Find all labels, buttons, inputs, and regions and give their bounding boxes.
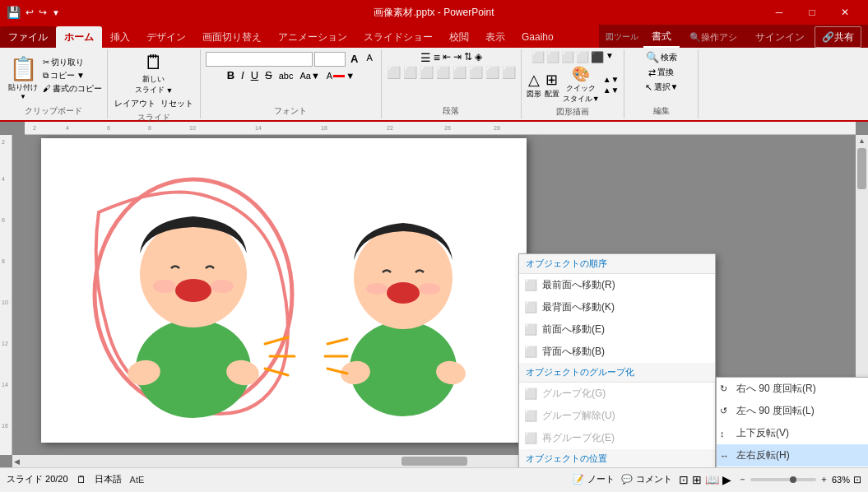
svg-point-13 [387,282,420,304]
zoom-out-button[interactable]: － [738,473,747,485]
tab-home[interactable]: ホーム [56,26,102,48]
layout-button[interactable]: レイアウト [113,97,157,110]
scissors-icon: ✂ [43,58,49,67]
text-direction-button[interactable]: ⇅ [464,51,472,64]
slide-canvas[interactable] [41,138,527,443]
send-backward-item[interactable]: ⬜ 背面へ移動(B) [519,341,715,363]
font-size-dropdown[interactable] [314,52,346,67]
columns-button[interactable]: ⬜ [469,66,483,79]
bullets-button[interactable]: ☰ [420,51,431,64]
save-icon[interactable]: 💾 [7,6,21,19]
bring-forward-item[interactable]: ⬜ 前面へ移動(E) [519,318,715,341]
shapes-button[interactable]: △ 図形 [527,71,541,100]
rotate-submenu: ↻ 右へ 90 度回転(R) ↺ 左へ 90 度回転(L) ↕ 上下反転(V) … [716,377,868,467]
copy-button[interactable]: ⧉コピー▼ [43,70,102,81]
rotate-right-90-item[interactable]: ↻ 右へ 90 度回転(R) [717,378,868,400]
text-direction2-button[interactable]: ⬜ [485,66,499,79]
tab-design[interactable]: デザイン [138,26,194,48]
paste-section: 📋 貼り付け ▼ ✂切り取り ⧉コピー▼ 🖌書式のコピー [5,53,102,102]
tab-slideshow[interactable]: スライドショー [355,26,441,48]
more-rotation-options-item[interactable]: その他の回転オプション(M)... [717,466,868,467]
vertical-scroll-thumb[interactable] [857,148,866,189]
scroll-left-button[interactable]: ◀ [12,456,21,467]
find-button[interactable]: 🔍 検索 [646,51,677,63]
indent-increase-button[interactable]: ⇥ [453,51,462,64]
align-vertical-button[interactable]: ⬜ [502,66,516,79]
fit-to-window-button[interactable]: ⊡ [853,474,861,485]
customize-icon[interactable]: ▼ [52,8,60,17]
flip-h-icon: ↔ [720,451,729,461]
italic-button[interactable]: I [239,68,247,82]
reading-view-button[interactable]: 📖 [705,473,719,486]
shape-3[interactable]: ⬜ [561,51,574,63]
horizontal-scroll-thumb[interactable] [402,457,467,466]
font-style-button[interactable]: Aa▼ [297,70,322,81]
shapes-dropdown[interactable]: ▼ [606,51,614,63]
align-left-button[interactable]: ⬜ [387,66,401,79]
zoom-in-button[interactable]: ＋ [819,473,829,485]
notes-icon: 📝 [573,474,584,485]
select-button[interactable]: ↖ 選択▼ [645,81,679,93]
normal-view-button[interactable]: ⊡ [679,473,689,486]
align-right-button[interactable]: ⬜ [420,66,434,79]
send-to-back-item[interactable]: ⬜ 最背面へ移動(K) [519,296,715,318]
numbered-list-button[interactable]: ≡ [434,51,440,64]
replace-button[interactable]: ⇄ 置換 [648,67,674,78]
convert-smartart-button[interactable]: ◈ [475,51,482,64]
shape-1[interactable]: ⬜ [531,51,545,63]
rotate-left-90-item[interactable]: ↺ 左へ 90 度回転(L) [717,400,868,422]
indent-decrease-button[interactable]: ⇤ [443,51,451,64]
comments-button[interactable]: 💬 コメント [621,473,672,485]
new-slide-button[interactable]: 🗒 新しい スライド▼ [135,51,174,95]
cut-button[interactable]: ✂切り取り [43,57,102,68]
shape-5[interactable]: ⬛ [591,51,604,63]
drawing-group: ⬜ ⬜ ⬜ ⬜ ⬛ ▼ △ 図形 ⊞ 配置 🎨 クイック ス [522,49,625,118]
window-title: 画像素材.pptx - PowerPoint [374,6,494,20]
char-spacing-button[interactable]: abc [276,70,296,81]
font-name-dropdown[interactable] [206,52,313,67]
flip-horizontal-item[interactable]: ↔ 左右反転(H) [717,444,868,466]
zoom-thumb[interactable] [790,476,796,483]
tab-insert[interactable]: 挿入 [102,26,138,48]
presenter-view-button[interactable]: ▶ [722,473,731,486]
shape-fill-button[interactable]: ▲▼ [603,75,620,84]
font-decrease-button[interactable]: A [363,51,375,67]
zoom-slider[interactable] [750,478,816,481]
align-center-button[interactable]: ⬜ [403,66,417,79]
bring-to-front-item[interactable]: ⬜ 最前面へ移動(R) [519,274,715,296]
tab-share[interactable]: 🔗共有 [815,26,861,48]
tab-animation[interactable]: アニメーション [270,26,355,48]
strikethrough-button[interactable]: S [262,68,275,82]
shape-outline-button[interactable]: ▲▼ [603,86,620,95]
tab-format[interactable]: 書式 [643,26,680,48]
reset-button[interactable]: リセット [159,97,195,110]
tab-gaaiho[interactable]: Gaaiho [513,26,562,48]
flip-vertical-item[interactable]: ↕ 上下反転(V) [717,422,868,444]
tab-review[interactable]: 校閲 [441,26,477,48]
tab-assist[interactable]: 🔍操作アシ [681,26,745,48]
scroll-up-button[interactable]: ▲ [856,135,867,146]
tab-file[interactable]: ファイル [0,26,56,48]
tab-view[interactable]: 表示 [477,26,513,48]
line-spacing-button[interactable]: ⬜ [453,66,466,79]
paste-button[interactable]: 📋 貼り付け ▼ [5,53,41,102]
justify-button[interactable]: ⬜ [436,66,450,79]
shape-2[interactable]: ⬜ [546,51,559,63]
maximize-button[interactable]: □ [796,0,829,25]
shape-4[interactable]: ⬜ [576,51,589,63]
tab-transition[interactable]: 画面切り替え [194,26,270,48]
quick-style-button[interactable]: 🎨 クイック スタイル▼ [563,65,600,104]
tab-signin[interactable]: サインイン [747,26,813,48]
font-increase-button[interactable]: A [347,51,361,67]
arrange-button[interactable]: ⊞ 配置 [545,71,559,100]
bold-button[interactable]: B [225,68,237,82]
underline-button[interactable]: U [248,68,261,82]
font-color-button[interactable]: A ▼ [324,70,357,81]
minimize-button[interactable]: ─ [763,0,796,25]
format-copy-button[interactable]: 🖌書式のコピー [43,83,102,95]
undo-icon[interactable]: ↩ [26,7,34,18]
notes-button[interactable]: 📝 ノート [573,473,615,485]
slide-sorter-button[interactable]: ⊞ [692,473,702,486]
close-button[interactable]: ✕ [829,0,861,25]
redo-icon[interactable]: ↪ [39,7,47,18]
